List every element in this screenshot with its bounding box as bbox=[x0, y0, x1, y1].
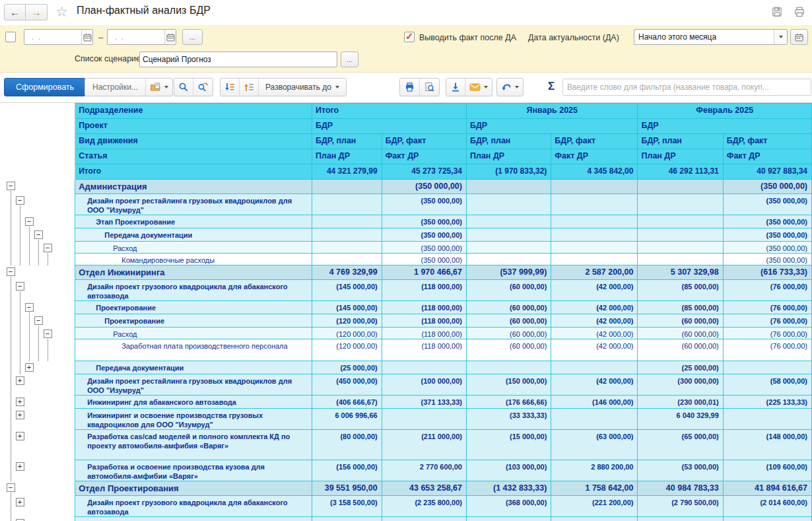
header-cell[interactable]: Статья bbox=[75, 149, 312, 164]
cell-value[interactable] bbox=[466, 228, 551, 242]
tree-collapse-toggle[interactable]: − bbox=[44, 244, 52, 252]
cell-value[interactable]: (406 666,67) bbox=[312, 396, 382, 409]
tree-expand-toggle[interactable]: + bbox=[16, 519, 24, 521]
cell-value[interactable]: (156 000,00) bbox=[312, 460, 382, 481]
report-variants-button[interactable] bbox=[146, 79, 172, 96]
cell-value[interactable]: (211 000,00) bbox=[382, 430, 466, 460]
cell-value[interactable]: (118 000,00) bbox=[382, 301, 466, 314]
cell-value[interactable]: (118 000,00) bbox=[382, 280, 466, 301]
send-email-button[interactable] bbox=[465, 79, 492, 96]
date-from-input[interactable] bbox=[24, 30, 81, 44]
cell-value[interactable]: (118 000,00) bbox=[382, 314, 466, 328]
cell-value[interactable] bbox=[466, 242, 551, 254]
cell-value[interactable]: (42 000,00) bbox=[551, 301, 638, 314]
cell-value[interactable]: (300 000,00) bbox=[638, 374, 723, 396]
cell-value[interactable]: (85 000,00) bbox=[638, 301, 723, 314]
cell-value[interactable]: (103 000,00) bbox=[466, 460, 551, 481]
quick-filter-input[interactable] bbox=[563, 79, 811, 95]
cell-value[interactable]: (85 000,00) bbox=[638, 280, 723, 301]
tree-collapse-toggle[interactable]: − bbox=[25, 303, 34, 312]
row-label[interactable]: Отдел Проектирования bbox=[75, 481, 312, 496]
cell-value[interactable]: 39 551 950,00 bbox=[312, 481, 382, 496]
row-label[interactable]: Инжиниринг для абаканского автозавода bbox=[75, 396, 312, 409]
cell-value[interactable]: (33 333,33) bbox=[466, 409, 551, 430]
cell-value[interactable] bbox=[638, 194, 723, 215]
search-next-button[interactable] bbox=[193, 79, 213, 96]
cell-value[interactable] bbox=[551, 215, 638, 228]
header-cell[interactable]: БДР bbox=[312, 119, 466, 134]
cell-value[interactable]: 2 770 600,00 bbox=[382, 460, 466, 481]
tree-expand-toggle[interactable]: + bbox=[16, 462, 24, 471]
undo-button[interactable] bbox=[497, 79, 523, 96]
row-label[interactable]: Дизайн проект рестайлинга грузовых квадр… bbox=[75, 374, 312, 396]
header-cell[interactable]: БДР, факт bbox=[723, 134, 811, 149]
cell-value[interactable] bbox=[551, 194, 638, 215]
cell-value[interactable]: 20 155 000,00 bbox=[312, 517, 382, 521]
tree-collapse-toggle[interactable]: − bbox=[25, 217, 34, 226]
cell-value[interactable]: (221 200,00) bbox=[551, 496, 638, 517]
cell-value[interactable]: (25 000,00) bbox=[638, 361, 723, 374]
header-cell[interactable]: Подразделение bbox=[75, 104, 312, 119]
row-label[interactable]: Администрация bbox=[75, 180, 312, 194]
cell-value[interactable]: 43 653 258,67 bbox=[382, 481, 466, 496]
header-cell[interactable]: План ДР bbox=[638, 149, 723, 164]
show-fact-checkbox[interactable]: ✓ bbox=[404, 32, 415, 42]
forward-button[interactable]: → bbox=[26, 4, 48, 20]
cell-value[interactable] bbox=[466, 361, 551, 374]
cell-value[interactable] bbox=[312, 228, 382, 242]
row-label[interactable]: Разработка cas/cad моделей и полного ком… bbox=[75, 430, 312, 460]
cell-value[interactable]: (100 000,00) bbox=[382, 374, 466, 396]
actual-date-calendar-button[interactable] bbox=[790, 29, 808, 45]
scenario-input[interactable] bbox=[140, 52, 337, 67]
row-label[interactable]: Передача документации bbox=[75, 228, 312, 242]
header-cell[interactable]: Январь 2025 bbox=[466, 104, 637, 119]
cell-value[interactable]: 41 894 616,67 bbox=[723, 481, 811, 496]
header-cell[interactable]: (1 970 833,32) bbox=[466, 164, 551, 180]
cell-value[interactable]: (109 600,00) bbox=[723, 460, 811, 481]
date-from-field[interactable] bbox=[24, 29, 93, 45]
row-label[interactable]: Передача документации bbox=[75, 361, 312, 374]
header-cell[interactable]: 45 273 725,34 bbox=[382, 164, 466, 180]
quick-filter-field[interactable] bbox=[562, 79, 811, 96]
cell-value[interactable]: (118 000,00) bbox=[382, 339, 466, 361]
cell-value[interactable]: (42 000,00) bbox=[551, 314, 638, 328]
tree-expand-toggle[interactable]: + bbox=[16, 498, 24, 506]
cell-value[interactable]: (450 000,00) bbox=[312, 374, 382, 396]
tree-collapse-toggle[interactable]: − bbox=[34, 316, 43, 325]
header-cell[interactable]: Итого bbox=[312, 104, 466, 119]
row-label[interactable]: Этап Проектирование bbox=[75, 215, 312, 228]
cell-value[interactable]: 5 307 329,98 bbox=[638, 265, 723, 280]
settings-button[interactable]: Настройки... bbox=[85, 79, 146, 96]
cell-value[interactable]: (230 000,01) bbox=[638, 396, 723, 409]
scenario-field[interactable] bbox=[139, 52, 337, 67]
cell-value[interactable] bbox=[382, 409, 466, 430]
header-cell[interactable]: Февраль 2025 bbox=[638, 104, 812, 119]
cell-value[interactable]: (60 000,00) bbox=[638, 328, 723, 339]
row-label[interactable]: Заработная плата производственного персо… bbox=[75, 339, 312, 361]
cell-value[interactable] bbox=[466, 180, 551, 194]
header-cell[interactable]: Факт ДР bbox=[382, 149, 466, 164]
row-label[interactable]: Командировочные расходы bbox=[75, 254, 312, 265]
cell-value[interactable]: (350 000,00) bbox=[382, 180, 466, 194]
cell-value[interactable]: (176 666,66) bbox=[466, 396, 551, 409]
row-label[interactable]: Дизайн проект грузового квадроцикла для … bbox=[75, 496, 312, 517]
row-label[interactable]: Отдел Инжиниринга bbox=[75, 265, 312, 280]
cell-value[interactable]: 6 006 996,66 bbox=[312, 409, 382, 430]
cell-value[interactable]: (350 000,00) bbox=[723, 215, 811, 228]
header-cell[interactable]: 40 927 883,34 bbox=[723, 164, 811, 180]
cell-value[interactable]: 2 880 200,00 bbox=[551, 460, 638, 481]
cell-value[interactable]: (120 000,00) bbox=[312, 339, 382, 361]
cell-value[interactable]: (3 158 500,00) bbox=[312, 496, 382, 517]
row-label[interactable]: Разработка и освоение производства кузов… bbox=[75, 460, 312, 481]
cell-value[interactable]: (53 000,00) bbox=[638, 460, 723, 481]
cell-value[interactable]: (146 000,00) bbox=[551, 396, 638, 409]
tree-expand-toggle[interactable]: + bbox=[16, 411, 24, 419]
cell-value[interactable]: (350 000,00) bbox=[382, 242, 466, 254]
favorite-star-icon[interactable]: ☆ bbox=[55, 4, 68, 20]
cell-value[interactable]: (537 999,99) bbox=[466, 265, 551, 280]
header-cell[interactable]: План ДР bbox=[466, 149, 551, 164]
header-cell[interactable]: Факт ДР bbox=[551, 149, 638, 164]
actual-date-dropdown-button[interactable] bbox=[774, 30, 787, 44]
cell-value[interactable] bbox=[638, 180, 723, 194]
cell-value[interactable]: (120 000,00) bbox=[312, 328, 382, 339]
